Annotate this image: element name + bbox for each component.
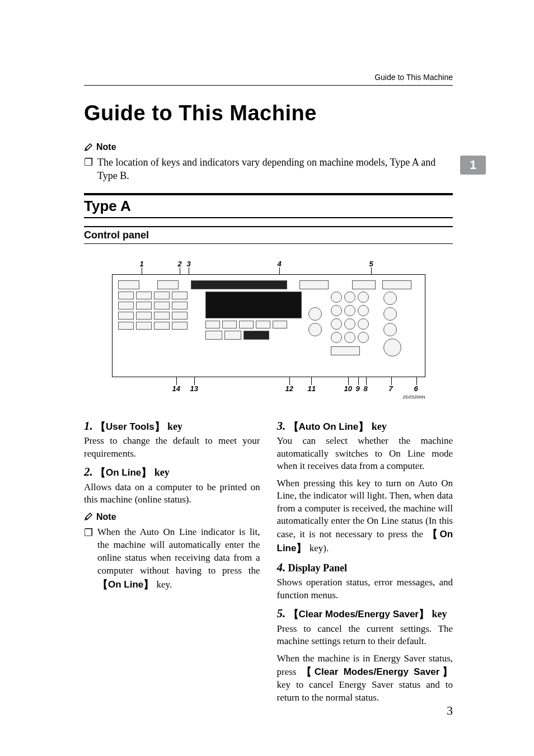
close-bracket-icon: 】 [296, 542, 307, 554]
callout-num: 6 [414, 384, 418, 393]
callout-num: 9 [356, 384, 360, 393]
callout-num: 8 [364, 384, 368, 393]
key-suffix: key [429, 608, 447, 619]
item-body: When the machine is in Energy Saver stat… [277, 652, 453, 704]
key-name: On Line [106, 467, 141, 478]
item-body: When pressing this key to turn on Auto O… [277, 477, 453, 556]
item-body: You can select whether the machine autom… [277, 435, 453, 472]
callout-num: 4 [278, 260, 282, 268]
panel-outline [112, 274, 425, 377]
callout-num: 13 [190, 384, 198, 393]
left-column: 1. 【User Tools】 key Press to change the … [84, 416, 260, 709]
open-bracket-icon: 【 [288, 421, 299, 433]
running-head: Guide to This Machine [84, 73, 453, 86]
pencil-icon [84, 143, 93, 152]
key-name: Auto On Line [299, 421, 359, 432]
open-bracket-icon: 【 [427, 528, 439, 540]
callout-num: 1 [140, 260, 144, 268]
item-number: 2. [84, 465, 93, 478]
item-title: Display Panel [288, 562, 348, 574]
open-bracket-icon: 【 [97, 579, 108, 590]
note-label: Note [96, 511, 116, 523]
note-text: When the Auto On Line indicator is lit, … [97, 526, 260, 591]
close-bracket-icon: 】 [143, 579, 154, 590]
chapter-tab: 1 [460, 156, 486, 175]
close-bracket-icon: 】 [154, 421, 165, 433]
manual-page: Guide to This Machine Guide to This Mach… [0, 0, 534, 756]
item-heading: 2. 【On Line】 key [84, 464, 260, 480]
key-name: User Tools [106, 421, 154, 432]
item-body: Press to cancel the current settings. Th… [277, 623, 453, 648]
subsection-heading: Control panel [84, 226, 453, 244]
open-bracket-icon: 【 [301, 666, 315, 678]
callout-num: 3 [187, 260, 191, 268]
note-text: The location of keys and indicators vary… [97, 156, 453, 183]
item-number: 1. [84, 419, 93, 433]
callout-num: 12 [285, 384, 293, 393]
open-bracket-icon: 【 [288, 608, 299, 620]
key-name: Clear Modes/Energy Saver [299, 609, 419, 619]
right-column: 3. 【Auto On Line】 key You can select whe… [277, 416, 453, 709]
note-body: ❐ When the Auto On Line indicator is lit… [84, 526, 260, 591]
key-name: On Line [108, 579, 143, 590]
item-body: Press to change the default to meet your… [84, 435, 260, 460]
section-heading: Type A [84, 193, 453, 218]
callout-num: 5 [369, 260, 373, 268]
item-number: 3. [277, 419, 286, 433]
close-bracket-icon: 】 [439, 666, 453, 678]
note-heading: Note [84, 142, 453, 152]
close-bracket-icon: 】 [358, 421, 369, 433]
callout-num: 10 [344, 384, 352, 393]
note-label: Note [96, 142, 116, 152]
item-heading: 1. 【User Tools】 key [84, 419, 260, 434]
close-bracket-icon: 】 [141, 467, 152, 478]
list-bullet-icon: ❐ [84, 156, 93, 183]
item-heading: 3. 【Auto On Line】 key [277, 419, 453, 434]
open-bracket-icon: 【 [95, 467, 106, 478]
key-name: Clear Modes/Energy Saver [315, 666, 440, 677]
item-body: Shows operation status, error messages, … [277, 576, 453, 602]
item-heading: 5. 【Clear Modes/Energy Saver】 key [277, 606, 453, 622]
item-number: 5. [277, 607, 286, 620]
page-number: 3 [447, 703, 453, 718]
pencil-icon [84, 512, 93, 521]
item-heading: 4. Display Panel [277, 560, 453, 576]
callout-num: 7 [389, 384, 393, 393]
key-suffix: key [369, 421, 387, 432]
control-panel-diagram: 1 2 3 4 5 [112, 260, 425, 400]
key-suffix: key [165, 421, 183, 432]
note-body: ❐ The location of keys and indicators va… [84, 156, 453, 183]
note-heading: Note [84, 511, 260, 523]
list-bullet-icon: ❐ [84, 526, 93, 591]
open-bracket-icon: 【 [95, 421, 106, 433]
item-body: Allows data on a computer to be printed … [84, 481, 260, 506]
diagram-reference-code: ZDZS200N [402, 395, 425, 400]
item-number: 4. [277, 561, 286, 574]
close-bracket-icon: 】 [419, 608, 429, 620]
page-title: Guide to This Machine [84, 101, 453, 125]
callout-num: 2 [178, 260, 182, 268]
callout-num: 11 [308, 384, 316, 393]
callout-num: 14 [172, 384, 180, 393]
key-suffix: key [152, 467, 170, 478]
